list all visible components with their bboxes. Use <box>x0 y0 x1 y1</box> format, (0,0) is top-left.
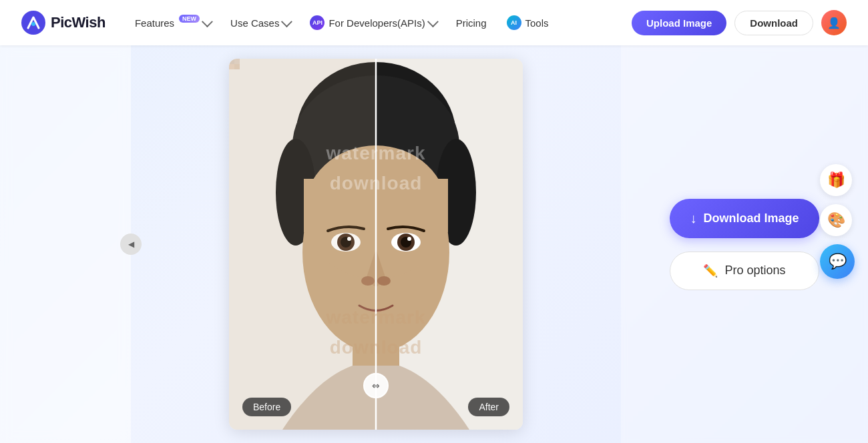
after-label: After <box>468 398 509 416</box>
svg-rect-25 <box>234 64 240 69</box>
logo-icon <box>21 11 45 35</box>
nav-features[interactable]: Features NEW <box>127 12 218 34</box>
art-icon-button[interactable]: 🎨 <box>820 204 852 236</box>
ai-icon: AI <box>507 15 521 30</box>
svg-rect-23 <box>234 59 240 64</box>
svg-rect-21 <box>229 59 376 430</box>
gift-icon-button[interactable]: 🎁 <box>820 164 852 196</box>
avatar[interactable]: 👤 <box>821 10 847 35</box>
logo-text: PicWish <box>51 14 105 31</box>
nav-pricing[interactable]: Pricing <box>448 12 495 34</box>
download-nav-button[interactable]: Download <box>734 11 813 35</box>
face-image: ⇔ <box>229 59 523 430</box>
svg-point-17 <box>407 237 411 241</box>
download-icon: ↓ <box>690 211 696 226</box>
nav-use-cases[interactable]: Use Cases <box>222 12 298 34</box>
nav-tools[interactable]: AI Tools <box>499 10 557 35</box>
upload-image-button[interactable]: Upload Image <box>632 11 726 35</box>
image-container: ⇔ watermark download watermark download … <box>229 59 523 430</box>
chevron-down-icon <box>281 16 292 27</box>
api-icon: API <box>310 15 324 30</box>
svg-point-19 <box>377 276 391 286</box>
image-area: ⇔ watermark download watermark download … <box>131 45 621 443</box>
pro-options-button[interactable]: ✏️ Pro options <box>670 252 819 290</box>
pro-options-icon: ✏️ <box>703 264 718 278</box>
nav-developers[interactable]: API For Developers(APIs) <box>302 10 443 35</box>
svg-text:⇔: ⇔ <box>372 380 380 391</box>
floating-icons: 🎁 🎨 💬 <box>820 164 860 279</box>
svg-rect-22 <box>229 59 234 64</box>
main-content: ◀ <box>0 45 868 443</box>
logo[interactable]: PicWish <box>21 11 105 35</box>
before-label: Before <box>242 398 291 416</box>
chat-icon-button[interactable]: 💬 <box>820 244 855 279</box>
nav-right: Upload Image Download 👤 <box>632 10 847 35</box>
left-sidebar: ◀ <box>0 45 131 443</box>
chevron-down-icon <box>202 16 213 27</box>
download-image-button[interactable]: ↓ Download Image <box>670 199 819 238</box>
svg-rect-24 <box>229 64 234 69</box>
chevron-down-icon <box>427 16 439 27</box>
nav-items: Features NEW Use Cases API For Developer… <box>127 10 632 35</box>
svg-point-1 <box>31 22 35 26</box>
navbar: PicWish Features NEW Use Cases API For D… <box>0 0 868 45</box>
